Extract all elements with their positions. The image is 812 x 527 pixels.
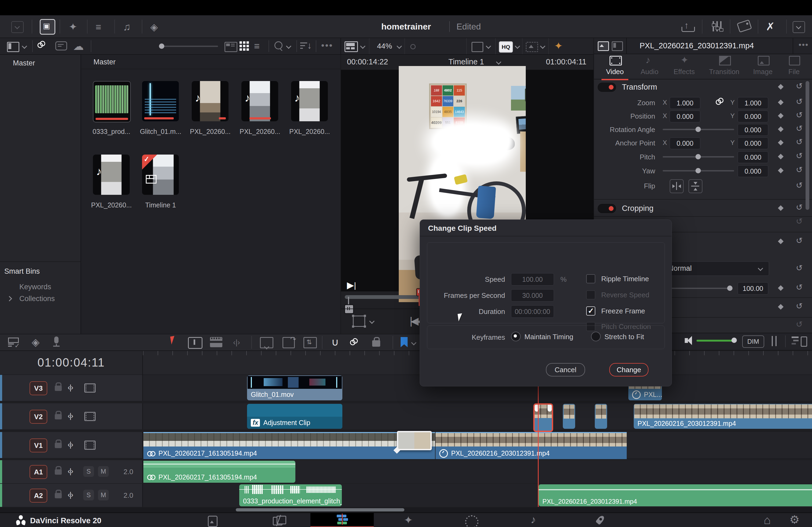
reset-icon[interactable]: ↺ bbox=[796, 283, 802, 291]
volume-knob[interactable] bbox=[731, 337, 737, 343]
dual-clip-icon[interactable] bbox=[612, 41, 623, 51]
timeline-clip-a2b[interactable]: PXL_20260216_203012391.mp4 bbox=[539, 484, 812, 506]
timeline-clip-adjustment[interactable]: fx Adjustment Clip bbox=[247, 404, 342, 429]
project-settings-gear-button[interactable]: ⚙ bbox=[789, 514, 800, 525]
collapse-toolbar-button[interactable] bbox=[11, 21, 24, 33]
lock-icon[interactable] bbox=[55, 414, 62, 419]
flip-vertical-button[interactable] bbox=[688, 179, 702, 193]
keyframe-icon[interactable] bbox=[778, 168, 784, 174]
mixer-button[interactable] bbox=[711, 20, 723, 32]
thumbnail-size-slider[interactable] bbox=[159, 46, 218, 47]
overwrite-clip-button[interactable]: ↷ bbox=[282, 337, 295, 348]
link-xy-icon[interactable] bbox=[715, 99, 723, 105]
timeline-clip-a2a[interactable]: 0333_production_element_glitch_f... bbox=[239, 484, 342, 506]
page-deliver[interactable] bbox=[595, 515, 606, 526]
cropping-toggle[interactable] bbox=[598, 204, 616, 213]
reset-icon[interactable]: ↺ bbox=[796, 320, 802, 328]
list-view-button[interactable]: ≡ bbox=[254, 41, 260, 51]
reset-icon[interactable]: ↺ bbox=[796, 111, 802, 119]
freeze-frame-checkbox[interactable] bbox=[586, 306, 595, 316]
proxy-hq-button[interactable]: HQ bbox=[499, 41, 513, 52]
transitions-tray-icon[interactable]: ◈ bbox=[32, 337, 40, 347]
keyframe-icon[interactable] bbox=[778, 239, 784, 244]
keyframe-icon[interactable] bbox=[778, 285, 784, 291]
sidebar-item-master[interactable]: Master bbox=[13, 59, 35, 67]
track-badge-a2[interactable]: A2 bbox=[30, 488, 47, 502]
flip-horizontal-button[interactable] bbox=[670, 179, 684, 193]
stretch-to-fit-radio[interactable] bbox=[591, 332, 601, 341]
page-edit-active[interactable] bbox=[310, 513, 374, 526]
reset-icon[interactable]: ↺ bbox=[796, 204, 802, 211]
zoom-x-input[interactable]: 1.000 bbox=[670, 97, 700, 109]
dynamic-trim-tool[interactable]: ‹|› bbox=[233, 338, 240, 347]
composite-mode-dropdown[interactable]: Normal bbox=[661, 261, 769, 276]
link-clips-icon[interactable] bbox=[350, 339, 358, 345]
reset-icon[interactable]: ↺ bbox=[796, 302, 802, 310]
reset-icon[interactable]: ↺ bbox=[796, 166, 802, 174]
timeline-clip-glitch[interactable]: Glitch_01.mov bbox=[247, 375, 342, 400]
retime-frame-indicator[interactable] bbox=[397, 431, 432, 450]
dim-button[interactable]: DIM bbox=[742, 335, 764, 348]
media-pool-toggle-button[interactable]: ▣ bbox=[40, 19, 55, 35]
keyframe-icon[interactable] bbox=[778, 304, 784, 310]
color-enhance-icon[interactable]: ✦ bbox=[554, 41, 563, 51]
page-fusion[interactable]: ✦ bbox=[404, 515, 413, 525]
quick-export-button[interactable]: ↑ bbox=[682, 20, 693, 32]
opacity-input[interactable]: 100.00 bbox=[738, 282, 768, 295]
track-badge-v3[interactable]: V3 bbox=[30, 381, 47, 395]
media-pool-options-button[interactable]: ••• bbox=[321, 40, 333, 51]
timeline-clip-small[interactable] bbox=[595, 404, 607, 429]
transitions-button[interactable]: ◈ bbox=[150, 22, 158, 32]
snapping-magnet-icon[interactable]: ∪ bbox=[331, 337, 339, 347]
track-badge-a1[interactable]: A1 bbox=[30, 465, 47, 479]
change-button[interactable]: Change bbox=[609, 363, 649, 376]
edit-index-button[interactable]: ≡ bbox=[96, 22, 101, 32]
timeline-clip-v1b[interactable]: PXL_20260216_203012391.mp4 bbox=[436, 432, 627, 459]
solo-button[interactable]: S bbox=[83, 490, 94, 500]
page-media[interactable] bbox=[207, 515, 218, 526]
project-manager-home-button[interactable]: ⌂ bbox=[764, 514, 771, 526]
keyframe-icon[interactable] bbox=[778, 154, 784, 160]
reset-icon[interactable]: ↺ bbox=[796, 181, 802, 190]
keyframe-icon[interactable] bbox=[778, 140, 784, 146]
keyframe-icon[interactable] bbox=[778, 205, 784, 211]
reset-icon[interactable]: ↺ bbox=[796, 217, 802, 225]
zoom-y-input[interactable]: 1.000 bbox=[738, 97, 768, 109]
viewer-timeline-name[interactable]: Timeline 1 bbox=[448, 57, 484, 66]
solo-button[interactable]: S bbox=[83, 466, 94, 477]
razor-tool[interactable] bbox=[210, 337, 222, 347]
position-x-input[interactable]: 0.000 bbox=[670, 110, 700, 122]
keyframe-icon[interactable] bbox=[778, 113, 784, 119]
auto-select-icon[interactable]: ‹|› bbox=[68, 383, 73, 392]
pitch-knob[interactable] bbox=[695, 154, 701, 160]
effects-library-button[interactable]: ✦ bbox=[69, 22, 77, 32]
gallery-icon[interactable] bbox=[598, 41, 609, 51]
cancel-button[interactable]: Cancel bbox=[546, 363, 585, 376]
inspector-scrollbar[interactable] bbox=[806, 81, 809, 210]
trim-edit-tool[interactable] bbox=[188, 337, 202, 349]
metadata-tag-button[interactable] bbox=[737, 19, 752, 32]
timeline-clip-v2-long[interactable]: PXL_20260216_203012391.mp4 bbox=[634, 404, 812, 429]
timeline-clip-v1a[interactable]: PXL_20260217_161305194.mp4 bbox=[143, 432, 435, 459]
lock-icon[interactable] bbox=[55, 386, 62, 391]
media-clip-thumbnail[interactable]: ♪ bbox=[93, 154, 130, 195]
media-clip-thumbnail[interactable]: ♪ bbox=[192, 81, 229, 121]
thumbnail-size-knob[interactable] bbox=[159, 44, 164, 49]
volume-slider[interactable] bbox=[697, 340, 736, 342]
reset-icon[interactable]: ↺ bbox=[796, 82, 802, 90]
mute-button[interactable]: M bbox=[98, 466, 109, 477]
reset-icon[interactable]: ↺ bbox=[796, 237, 802, 245]
timeline-clip-selected[interactable] bbox=[533, 403, 553, 432]
media-clip-thumbnail[interactable]: ♪ bbox=[291, 81, 328, 121]
track-badge-v2[interactable]: V2 bbox=[30, 410, 47, 424]
marker-flag-icon[interactable] bbox=[401, 337, 408, 347]
comments-button[interactable] bbox=[55, 41, 67, 50]
sound-library-button[interactable]: ♫ bbox=[123, 22, 131, 32]
opacity-knob[interactable] bbox=[727, 286, 733, 291]
ripple-timeline-checkbox[interactable] bbox=[586, 274, 595, 283]
sidebar-item-collections[interactable]: Collections bbox=[19, 295, 55, 303]
lock-icon[interactable] bbox=[55, 443, 62, 448]
timeline-view-mode-button[interactable] bbox=[345, 41, 358, 52]
auto-select-icon[interactable]: ‹|› bbox=[68, 412, 73, 420]
track-badge-v1[interactable]: V1 bbox=[30, 438, 47, 452]
